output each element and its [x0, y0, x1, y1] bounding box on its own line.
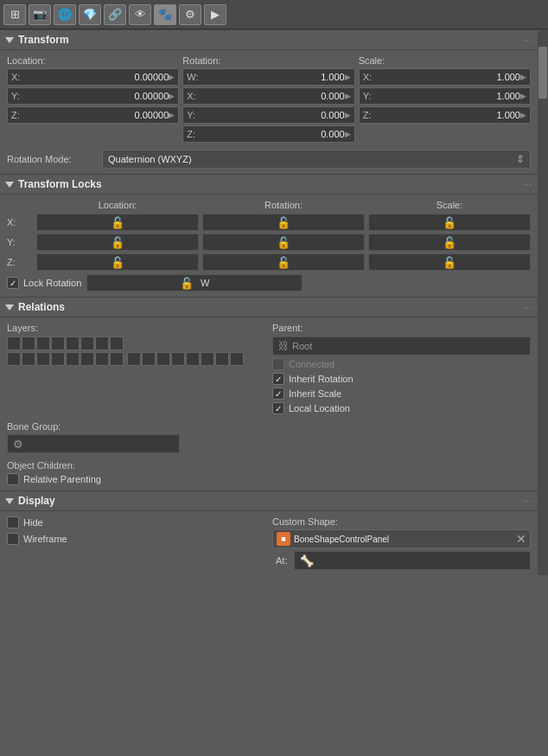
layer-box-18[interactable]: [142, 352, 156, 366]
inherit-scale-row: Inherit Scale: [272, 388, 531, 400]
layer-box-20[interactable]: [171, 352, 185, 366]
display-header-left: Display: [5, 495, 55, 507]
bone-group-field[interactable]: ⚙: [7, 434, 180, 453]
toolbar-play-icon[interactable]: ▶: [204, 4, 226, 25]
toolbar-link-icon[interactable]: 🔗: [104, 4, 126, 25]
scale-x-field[interactable]: X: 1.000 ▶: [359, 68, 531, 86]
at-field[interactable]: 🦴: [294, 551, 531, 570]
layer-box-3[interactable]: [36, 336, 50, 350]
display-options-icon[interactable]: ···: [523, 497, 532, 506]
lock-rotation-x[interactable]: 🔓: [202, 214, 365, 231]
parent-field[interactable]: ⛓ Root: [272, 336, 531, 356]
toolbar-camera-icon[interactable]: 📷: [29, 4, 51, 25]
location-y-value: 0.00000: [25, 91, 169, 101]
lock-location-z[interactable]: 🔓: [36, 253, 199, 271]
toolbar-paw-icon[interactable]: 🐾: [154, 4, 176, 25]
local-location-checkbox[interactable]: [272, 402, 284, 414]
parent-chain-icon: ⛓: [278, 340, 289, 352]
lock-scale-x[interactable]: 🔓: [368, 214, 531, 231]
location-y-field[interactable]: Y: 0.00000 ▶: [7, 87, 179, 105]
layer-box-6[interactable]: [80, 336, 94, 350]
inherit-rotation-checkbox[interactable]: [272, 373, 284, 385]
toolbar-gem-icon[interactable]: 💎: [79, 4, 101, 25]
rotation-header: Rotation:: [182, 55, 354, 66]
layer-box-9[interactable]: [7, 352, 21, 366]
rotation-y-field[interactable]: Y: 0.000 ▶: [182, 106, 354, 124]
scrollbar[interactable]: [538, 29, 548, 575]
locks-rotation-header: Rotation:: [202, 200, 365, 210]
layer-box-4[interactable]: [51, 336, 65, 350]
custom-shape-close-icon[interactable]: ✕: [516, 532, 526, 546]
custom-shape-field[interactable]: ■ BoneShapeControlPanel ✕: [272, 529, 531, 548]
scrollbar-thumb[interactable]: [538, 47, 547, 99]
layer-box-10[interactable]: [22, 352, 35, 366]
layer-box-12[interactable]: [51, 352, 65, 366]
transform-locks-header-left: Transform Locks: [5, 178, 102, 190]
layer-box-1[interactable]: [7, 336, 21, 350]
inherit-scale-checkbox[interactable]: [272, 388, 284, 400]
relations-options-icon[interactable]: ···: [523, 303, 532, 312]
object-children-label: Object Children:: [7, 460, 531, 471]
layer-box-11[interactable]: [36, 352, 50, 366]
transform-locks-section-header[interactable]: Transform Locks ···: [0, 174, 538, 195]
scale-z-field[interactable]: Z: 1.000 ▶: [359, 106, 531, 124]
layer-box-24[interactable]: [230, 352, 244, 366]
lock-rotation-w-lock-icon: 🔓: [180, 277, 194, 290]
hide-checkbox[interactable]: [7, 516, 19, 529]
custom-shape-label: Custom Shape:: [272, 516, 338, 527]
toolbar-gear-icon[interactable]: ⚙: [179, 4, 201, 25]
layer-box-group-1: [7, 336, 124, 350]
layer-box-21[interactable]: [186, 352, 200, 366]
toolbar-globe-icon[interactable]: 🌐: [54, 4, 76, 25]
scale-y-field[interactable]: Y: 1.000 ▶: [359, 87, 531, 105]
layer-box-5[interactable]: [66, 336, 80, 350]
connected-checkbox[interactable]: [272, 358, 284, 370]
layers-parent-row: Layers:: [7, 323, 531, 414]
layer-box-7[interactable]: [95, 336, 109, 350]
rotation-z-arrow: ▶: [345, 130, 351, 138]
transform-locks-collapse-icon: [5, 182, 14, 188]
toolbar-eye-icon[interactable]: 👁: [129, 4, 151, 25]
layer-box-2[interactable]: [22, 336, 35, 350]
main-wrapper: Transform ··· Location: X: 0.00000 ▶ Y: …: [0, 29, 548, 575]
layers-column: Layers:: [7, 323, 265, 414]
relations-section-header[interactable]: Relations ···: [0, 297, 538, 317]
lock-scale-z[interactable]: 🔓: [368, 253, 531, 271]
lock-rotation-y[interactable]: 🔓: [202, 234, 365, 251]
layer-box-group-2: [7, 352, 124, 366]
layer-box-23[interactable]: [215, 352, 229, 366]
toolbar-grid-icon[interactable]: ⊞: [3, 4, 26, 25]
relations-section-title: Relations: [18, 301, 65, 313]
lock-location-x[interactable]: 🔓: [36, 214, 199, 231]
transform-locks-options-icon[interactable]: ···: [523, 180, 532, 189]
transform-options-icon[interactable]: ···: [523, 35, 532, 45]
location-x-field[interactable]: X: 0.00000 ▶: [7, 68, 179, 86]
scale-x-value: 1.000: [377, 72, 520, 82]
rotation-z-field[interactable]: Z: 0.000 ▶: [182, 125, 354, 143]
layer-box-8[interactable]: [110, 336, 124, 350]
layer-box-19[interactable]: [156, 352, 170, 366]
lock-scale-y[interactable]: 🔓: [368, 234, 531, 251]
lock-rotation-z[interactable]: 🔓: [202, 253, 365, 271]
relative-parenting-checkbox[interactable]: [7, 473, 19, 485]
location-z-field[interactable]: Z: 0.00000 ▶: [7, 106, 179, 124]
transform-section-header[interactable]: Transform ···: [0, 29, 538, 50]
rotation-x-field[interactable]: X: 0.000 ▶: [182, 87, 354, 105]
relative-parenting-label: Relative Parenting: [23, 474, 101, 484]
rotation-mode-dropdown[interactable]: Quaternion (WXYZ) ⇕: [102, 150, 531, 169]
lock-rotation-checkbox[interactable]: [7, 277, 19, 289]
layer-box-15[interactable]: [95, 352, 109, 366]
layer-box-14[interactable]: [80, 352, 94, 366]
layer-box-22[interactable]: [201, 352, 214, 366]
lock-location-y[interactable]: 🔓: [36, 234, 199, 251]
layer-box-16[interactable]: [110, 352, 124, 366]
display-section-body: Hide Wireframe Custom Shape: ■ BoneShape…: [0, 511, 538, 575]
location-z-value: 0.00000: [25, 110, 169, 120]
location-y-arrow: ▶: [169, 92, 175, 100]
layer-box-17[interactable]: [127, 352, 141, 366]
display-section-header[interactable]: Display ···: [0, 490, 538, 511]
layer-box-13[interactable]: [66, 352, 80, 366]
wireframe-checkbox[interactable]: [7, 533, 19, 545]
lock-rotation-w-field[interactable]: 🔓 W: [86, 274, 303, 292]
rotation-w-field[interactable]: W: 1.000 ▶: [182, 68, 354, 86]
